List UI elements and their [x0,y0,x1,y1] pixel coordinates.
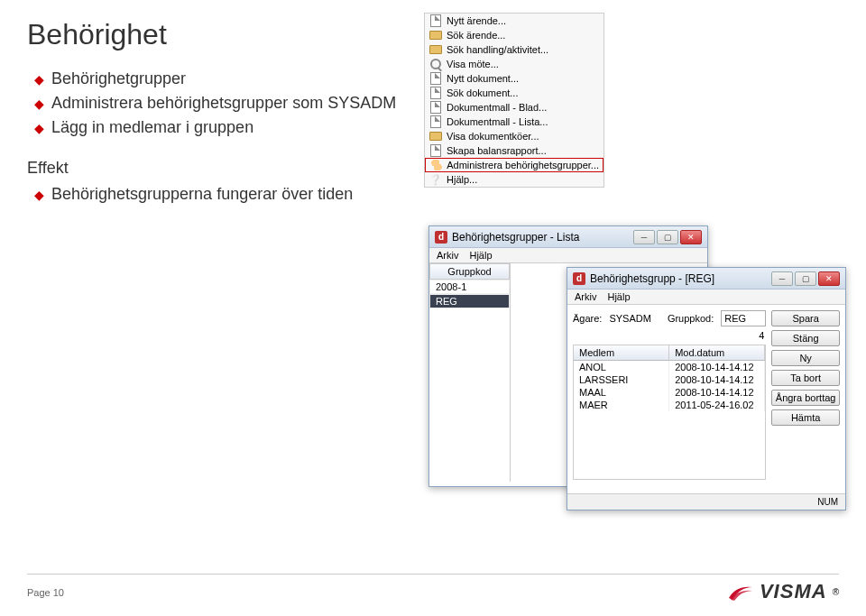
app-icon: d [435,231,447,244]
bullet-dot-icon: ◆ [34,121,44,135]
page-icon [428,14,443,27]
delete-button[interactable]: Ta bort [771,370,840,386]
bullet-text: Behörighetsgrupperna fungerar över tiden [51,185,353,204]
list-row[interactable]: 2008-1 [429,280,510,294]
close-button[interactable]: ✕ [818,271,840,286]
titlebar[interactable]: d Behörighetsgrupp - [REG] ─ ▢ ✕ [567,268,845,290]
page-icon [428,72,443,85]
column-header[interactable]: Gruppkod [429,263,510,280]
bullet-dot-icon: ◆ [34,188,44,202]
page-icon [428,115,443,128]
menu-item-administer-groups[interactable]: Administrera behörighetsgrupper... [425,158,603,172]
menu-item-template-list[interactable]: Dokumentmall - Lista... [425,115,603,129]
window-title: Behörighetsgrupper - Lista [452,231,579,244]
menu-item-new-case[interactable]: Nytt ärende... [425,14,603,28]
new-button[interactable]: Ny [771,350,840,366]
bullet-dot-icon: ◆ [34,72,44,87]
menu-item-template-sheet[interactable]: Dokumentmall - Blad... [425,100,603,115]
col-member[interactable]: Medlem [574,345,669,360]
list-row-selected[interactable]: REG [429,294,510,308]
undo-delete-button[interactable]: Ångra borttag [771,390,840,406]
menu-hjalp[interactable]: Hjälp [469,250,492,261]
save-button[interactable]: Spara [771,310,840,326]
folder-icon [428,29,443,41]
menubar: Arkiv Hjälp [429,248,707,263]
titlebar[interactable]: d Behörighetsgrupper - Lista ─ ▢ ✕ [429,226,707,248]
menubar: Arkiv Hjälp [567,290,845,305]
bullet-item: ◆Behörighetsgrupperna fungerar över tide… [34,185,839,204]
window-title: Behörighetsgrupp - [REG] [590,272,714,285]
app-icon: d [573,272,585,285]
page-icon [428,101,443,114]
context-menu: Nytt ärende... Sök ärende... Sök handlin… [424,13,604,188]
registered-icon: ® [833,587,839,597]
bullet-text: Lägg in medlemar i gruppen [51,118,253,137]
minimize-button[interactable]: ─ [771,271,793,286]
bullet-text: Administrera behörighetsgrupper som SYSA… [51,94,396,113]
folder-icon [428,130,443,143]
group-code-column: Gruppkod 2008-1 REG [429,263,511,482]
menu-item-search-activity[interactable]: Sök handling/aktivitet... [425,42,603,57]
maximize-button[interactable]: ▢ [795,271,816,286]
col-moddate[interactable]: Mod.datum [669,345,765,360]
logo-swoosh-icon [727,582,754,602]
table-row[interactable]: MAAL2008-10-14-14.12 [574,386,765,399]
member-count: 4 [573,330,766,341]
menu-item-create-balance-report[interactable]: Skapa balansrapport... [425,143,603,158]
people-icon [429,159,443,171]
bullet-dot-icon: ◆ [34,97,44,111]
menu-item-search-case[interactable]: Sök ärende... [425,28,603,42]
menu-arkiv[interactable]: Arkiv [575,291,596,302]
minimize-button[interactable]: ─ [633,230,655,244]
close-button[interactable]: ✕ [680,230,702,244]
sub-bullets: ◆Behörighetsgrupperna fungerar över tide… [34,185,839,204]
page-number: Page 10 [27,587,64,598]
brand-name: VISMA [760,580,827,603]
bullet-text: Behörighetgrupper [51,69,186,88]
close-button[interactable]: Stäng [771,330,840,346]
table-row[interactable]: LARSSERI2008-10-14-14.12 [574,373,765,386]
menu-hjalp[interactable]: Hjälp [607,291,630,302]
owner-label: Ägare: [573,313,602,324]
page-icon [428,87,443,99]
maximize-button[interactable]: ▢ [657,230,678,244]
detail-window: d Behörighetsgrupp - [REG] ─ ▢ ✕ Arkiv H… [567,267,846,510]
help-icon: ❔ [428,173,443,186]
menu-item-show-meeting[interactable]: Visa möte... [425,57,603,71]
menu-item-search-document[interactable]: Sök dokument... [425,86,603,100]
groupcode-label: Gruppkod: [668,313,714,324]
folder-icon [428,43,443,56]
status-num: NUM [817,497,838,507]
table-row[interactable]: MAER2011-05-24-16.02 [574,399,765,411]
groupcode-input[interactable] [721,310,766,326]
brand-logo: VISMA ® [727,580,839,603]
menu-arkiv[interactable]: Arkiv [437,250,458,261]
table-row[interactable]: ANOL2008-10-14-14.12 [574,361,765,373]
menu-item-help[interactable]: ❔Hjälp... [425,172,603,187]
menu-item-new-document[interactable]: Nytt dokument... [425,71,603,86]
footer-divider [27,574,839,575]
owner-value: SYSADM [609,313,650,324]
search-icon [428,58,443,70]
statusbar: NUM [567,493,845,510]
page-icon [428,144,443,157]
menu-item-show-doc-queues[interactable]: Visa dokumentköer... [425,129,603,143]
members-table: Medlem Mod.datum ANOL2008-10-14-14.12 LA… [573,345,766,480]
fetch-button[interactable]: Hämta [771,409,840,426]
